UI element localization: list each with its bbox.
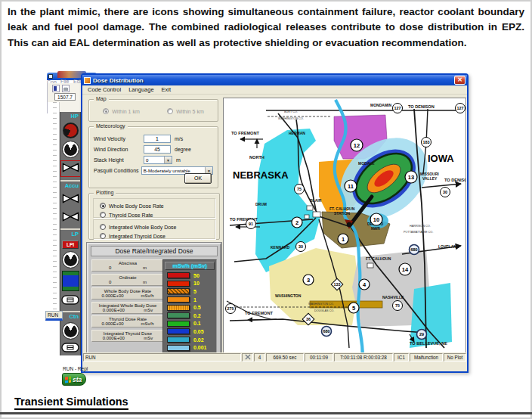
- dose-field-value: 0.000E+00mSv/h: [93, 321, 162, 326]
- close-button[interactable]: ✕: [454, 76, 466, 85]
- route-number: 127: [457, 106, 464, 110]
- legend-value: 5: [193, 289, 196, 294]
- direction-label: TO FREMONT: [231, 131, 259, 135]
- zone-number: 10: [373, 216, 379, 223]
- meteorology-group-label: Meteorology: [94, 123, 128, 129]
- legend-row: 50: [163, 272, 216, 280]
- map-range-radio[interactable]: Within 5 km: [167, 108, 204, 114]
- county-label: POTTAWATTAMIE CO.: [404, 231, 433, 234]
- zone-number: 5: [352, 305, 355, 312]
- route-number: 133: [334, 282, 341, 287]
- direction-label: TO BELLEVUE, NE: [410, 341, 447, 346]
- valve-icon-selected[interactable]: [60, 160, 81, 177]
- dose-field-value: 0.000E+00mSv/h: [93, 293, 162, 298]
- radio-label: Thyroid Dose Rate: [109, 213, 153, 218]
- status-run: RUN: [83, 353, 241, 362]
- legend-swatch: [167, 288, 190, 294]
- plot-option-radio[interactable]: Integrated Whole Body Dose: [100, 222, 215, 231]
- status-segment: 00:11:09: [305, 353, 333, 362]
- map-groupbox: Map Within 1 kmWithin 5 km: [88, 99, 218, 122]
- route-number: 127: [394, 106, 401, 110]
- status-segment: 669.50 sec: [266, 353, 304, 362]
- town-label: BLAIR: [310, 198, 322, 203]
- route-number: 275: [227, 306, 234, 311]
- menu-item-language[interactable]: Language: [125, 86, 156, 93]
- plot-option-radio[interactable]: Whole Body Dose Rate: [100, 201, 215, 210]
- town-label: STATION: [334, 211, 351, 216]
- direction-label: TO DENISON: [444, 178, 466, 182]
- intro-paragraph: In the plant mimic, there are icons show…: [8, 5, 524, 51]
- dose-field-value: 0m: [93, 280, 162, 284]
- value-input[interactable]: 1: [144, 135, 171, 143]
- legend-row: 0.1: [163, 320, 216, 328]
- radio-label: Within 1 km: [112, 109, 140, 114]
- mimic-tree-strip[interactable]: [48, 102, 60, 312]
- pump-icon-black[interactable]: [63, 252, 79, 268]
- town-label: DRUM: [255, 202, 267, 206]
- start-button[interactable]: sta: [62, 373, 86, 386]
- zone-number: 3: [307, 277, 310, 284]
- epz-map-panel: NEBRASKAIOWATO FREMONTTO FREMONTTO FREMO…: [223, 98, 466, 359]
- cylinder-icon[interactable]: [61, 294, 79, 308]
- radio-icon: [100, 212, 106, 218]
- section-label-lp: LP: [60, 228, 80, 237]
- legend-swatch: [167, 337, 190, 343]
- map-range-radio[interactable]: Within 1 km: [103, 108, 140, 114]
- menu-item-exit[interactable]: Exit: [159, 86, 175, 93]
- dose-statusbar: RUN 4669.50 sec00:11:09T:00:11:08 R:00:0…: [82, 352, 467, 362]
- mimic-menu-file[interactable]: File: [60, 79, 69, 84]
- field-label: Wind Velocity: [94, 136, 144, 141]
- status-segment: IC1: [394, 353, 409, 362]
- zone-number: 13: [408, 174, 414, 181]
- ok-button[interactable]: OK: [184, 173, 212, 184]
- state-label: IOWA: [428, 153, 454, 164]
- cylinder-icon[interactable]: [61, 342, 79, 355]
- radio-label: Within 5 km: [176, 109, 204, 114]
- status-segment: Malfunction: [410, 353, 443, 362]
- dose-titlebar[interactable]: Dose Distribution ✕: [82, 75, 467, 85]
- zone-number: 1: [342, 236, 345, 243]
- valve-icon[interactable]: [61, 192, 80, 207]
- value-input[interactable]: 45: [144, 145, 171, 154]
- radio-icon: [100, 203, 106, 209]
- meteorology-row: Wind Direction45degree: [94, 144, 213, 154]
- plot-option-radio[interactable]: Integrated Thyroid Dose: [100, 231, 215, 241]
- pump-icon-black[interactable]: [63, 141, 79, 157]
- pump-icon-black[interactable]: [63, 323, 79, 339]
- value-text: 0.000E+00: [103, 308, 125, 312]
- lpi-badge[interactable]: LPI: [62, 241, 79, 249]
- legend-value: 0.02: [193, 337, 204, 343]
- dose-field: Thyroid Dose Rate0.000E+00mSv/h: [91, 315, 164, 327]
- pump-icon-red[interactable]: [63, 123, 79, 138]
- status-segment: No Plot: [444, 353, 466, 362]
- chevron-down-icon[interactable]: ▼: [164, 157, 172, 163]
- menu-item-code-control[interactable]: Code Control: [85, 86, 124, 93]
- dose-field-value: 0.000E+00mSv: [93, 336, 162, 340]
- meteorology-row: Wind Velocity1m/s: [94, 133, 213, 144]
- app-icon: [84, 77, 91, 84]
- radio-label: Whole Body Dose Rate: [109, 203, 164, 209]
- window-title: Dose Distribution: [93, 77, 454, 84]
- legend-row: 0.05: [163, 327, 216, 336]
- dose-field: Ordinate0m: [91, 274, 164, 286]
- zone-number: 11: [348, 183, 354, 190]
- dose-field: Integrated Thyroid Dose0.000E+00mSv: [91, 330, 164, 342]
- county-label: WASHINGTON CO.: [308, 303, 334, 306]
- printer-icon[interactable]: [62, 85, 70, 92]
- legend-header: mSv/h (mSv): [165, 262, 215, 270]
- legend-row: 1: [163, 296, 216, 304]
- legend-swatch: [167, 272, 190, 278]
- exit-tool-icon[interactable]: [52, 85, 60, 92]
- radio-icon: [103, 108, 109, 114]
- value-text: 0.000E+00: [103, 336, 125, 340]
- plot-option-radio[interactable]: Thyroid Dose Rate: [100, 210, 215, 219]
- tank-icon[interactable]: [62, 271, 79, 291]
- footer-heading[interactable]: Transient Simulations: [14, 396, 128, 410]
- bottom-rule: [0, 412, 532, 414]
- value-dropdown[interactable]: 0▼: [144, 156, 172, 164]
- legend-row: 0.001: [163, 343, 216, 352]
- valve-icon[interactable]: [61, 210, 80, 225]
- legend-row: 0.5: [163, 303, 216, 312]
- direction-label: NORTH: [249, 155, 264, 160]
- taskbar-caption[interactable]: RUN - Repl: [63, 366, 88, 371]
